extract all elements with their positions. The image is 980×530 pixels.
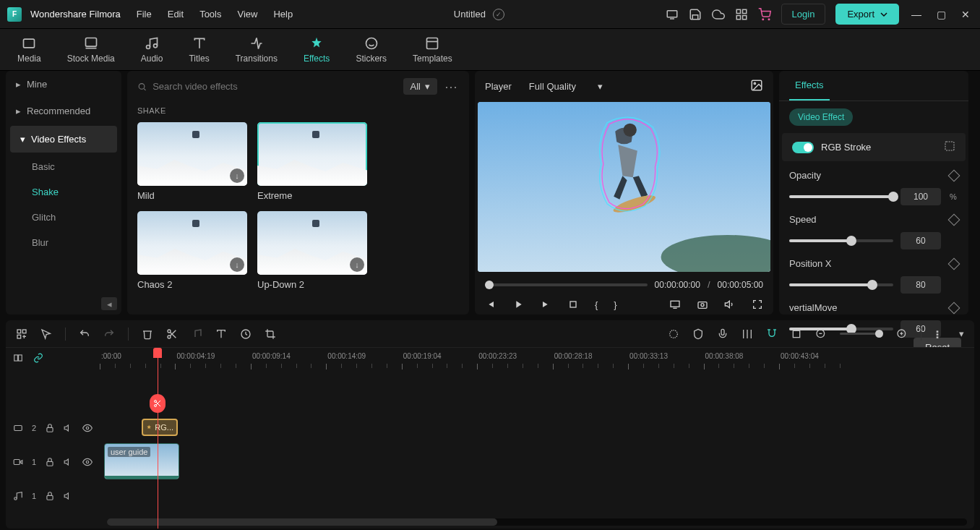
track-head-video[interactable]: 1 (6, 442, 100, 482)
export-button[interactable]: Export (835, 4, 899, 25)
tl-delete-button[interactable] (142, 328, 153, 340)
keyframe-button[interactable] (948, 257, 960, 270)
effect-thumb[interactable]: ↓Mild (137, 122, 247, 201)
prop-slider[interactable] (789, 283, 893, 286)
tl-zoom-slider[interactable] (840, 333, 883, 335)
camera-icon[interactable] (697, 299, 708, 310)
prop-slider[interactable] (789, 239, 893, 242)
sidebar-recommended[interactable]: ▸Recommended (6, 98, 121, 124)
tl-audio-button[interactable] (191, 328, 202, 340)
effect-thumb[interactable]: ↓Up-Down 2 (257, 211, 367, 290)
tl-text-button[interactable] (215, 328, 227, 340)
tab-templates[interactable]: Templates (408, 33, 457, 67)
preview-viewport[interactable] (478, 102, 770, 272)
tab-stock-media[interactable]: Stock Media (63, 33, 119, 67)
eye-icon[interactable] (82, 423, 93, 433)
prop-value[interactable]: 100 (901, 188, 941, 205)
timeline-tracks-area[interactable]: :00:0000:00:04:1900:00:09:1400:00:14:090… (100, 348, 974, 529)
sidebar-sub-basic[interactable]: Basic (6, 154, 121, 179)
mask-icon[interactable] (944, 140, 955, 154)
filter-dropdown[interactable]: All▾ (403, 78, 437, 95)
cloud-icon[interactable] (712, 8, 725, 21)
keyframe-button[interactable] (948, 302, 960, 314)
volume-icon[interactable] (724, 299, 736, 310)
download-icon[interactable]: ↓ (230, 168, 244, 183)
video-effect-chip[interactable]: Video Effect (789, 108, 853, 126)
display-settings-icon[interactable] (669, 299, 681, 310)
tl-marker-button[interactable] (692, 328, 704, 340)
mute-icon[interactable] (64, 457, 74, 467)
lock-icon[interactable] (45, 491, 55, 501)
tl-redo-button[interactable] (103, 328, 115, 340)
track-head-fx[interactable]: 2 (6, 414, 100, 442)
mute-icon[interactable] (64, 423, 74, 433)
tab-titles[interactable]: Titles (184, 33, 213, 67)
play-button[interactable] (512, 299, 524, 310)
sidebar-sub-shake[interactable]: Shake (6, 179, 121, 205)
tl-mixer-button[interactable] (742, 328, 753, 340)
menu-view[interactable]: View (237, 9, 257, 20)
fullscreen-icon[interactable] (752, 299, 763, 310)
eye-icon[interactable] (82, 457, 93, 467)
menu-help[interactable]: Help (273, 9, 293, 20)
mute-icon[interactable] (64, 491, 74, 501)
prop-slider[interactable] (789, 195, 893, 198)
cut-marker[interactable] (150, 394, 166, 413)
mark-out-button[interactable]: } (614, 299, 616, 310)
sidebar-sub-glitch[interactable]: Glitch (6, 205, 121, 230)
prop-value[interactable]: 80 (901, 276, 941, 294)
effect-thumb[interactable]: ↓Chaos 2 (137, 211, 247, 290)
tl-view-button[interactable] (934, 328, 946, 340)
tab-transitions[interactable]: Transitions (231, 33, 282, 67)
download-icon[interactable]: ↓ (230, 257, 244, 272)
more-options-button[interactable]: ⋯ (444, 79, 459, 95)
scrub-slider[interactable] (485, 283, 648, 286)
sidebar-sub-blur[interactable]: Blur (6, 230, 121, 255)
tl-magnet-button[interactable] (766, 328, 778, 340)
sidebar-video-effects[interactable]: ▾Video Effects (10, 126, 117, 153)
tl-color-button[interactable] (668, 328, 679, 340)
sidebar-mine[interactable]: ▸Mine (6, 71, 121, 98)
tab-media[interactable]: Media (13, 33, 46, 67)
snapshot-icon[interactable] (750, 79, 763, 94)
tab-audio[interactable]: Audio (137, 33, 168, 67)
close-button[interactable]: ✕ (958, 9, 973, 20)
keyframe-button[interactable] (948, 213, 960, 226)
device-icon[interactable] (666, 8, 679, 21)
sync-status-icon[interactable]: ✓ (493, 9, 504, 20)
tl-view-dropdown[interactable]: ▾ (959, 328, 964, 339)
menu-edit[interactable]: Edit (168, 9, 184, 20)
tl-link-icon[interactable] (33, 353, 43, 365)
tl-zoom-in-button[interactable] (896, 328, 908, 340)
mark-in-button[interactable]: { (595, 299, 598, 310)
lock-icon[interactable] (45, 457, 55, 467)
tl-undo-button[interactable] (79, 328, 90, 340)
keyframe-button[interactable] (948, 169, 960, 181)
menu-tools[interactable]: Tools (199, 9, 221, 20)
timeline-hscroll[interactable] (107, 518, 967, 526)
search-input[interactable] (137, 81, 396, 92)
tl-speed-button[interactable] (240, 328, 252, 340)
tl-mic-button[interactable] (717, 328, 728, 340)
tl-crop-button[interactable] (265, 328, 276, 340)
next-frame-button[interactable] (540, 299, 551, 310)
maximize-button[interactable]: ▢ (934, 9, 948, 20)
tl-match-cut-icon[interactable] (13, 353, 23, 365)
tl-split-button[interactable] (166, 328, 178, 340)
download-icon[interactable]: ↓ (350, 257, 364, 272)
grid-icon[interactable] (735, 8, 748, 21)
quality-dropdown[interactable]: Full Quality▾ (523, 78, 609, 95)
tab-effects[interactable]: Effects (299, 33, 334, 67)
track-head-audio[interactable]: 1 (6, 482, 100, 510)
tab-stickers[interactable]: Stickers (351, 33, 391, 67)
effect-thumb[interactable]: Extreme (257, 122, 367, 201)
login-button[interactable]: Login (781, 4, 826, 25)
minimize-button[interactable]: — (909, 9, 924, 20)
lock-icon[interactable] (45, 423, 55, 433)
effect-toggle[interactable] (792, 142, 814, 153)
cart-icon[interactable] (758, 8, 771, 21)
tl-select-tool[interactable] (40, 328, 52, 340)
video-clip[interactable]: user guide (104, 443, 179, 479)
tl-add-track-button[interactable] (16, 328, 27, 340)
sidebar-collapse-button[interactable]: ◂ (101, 297, 117, 310)
